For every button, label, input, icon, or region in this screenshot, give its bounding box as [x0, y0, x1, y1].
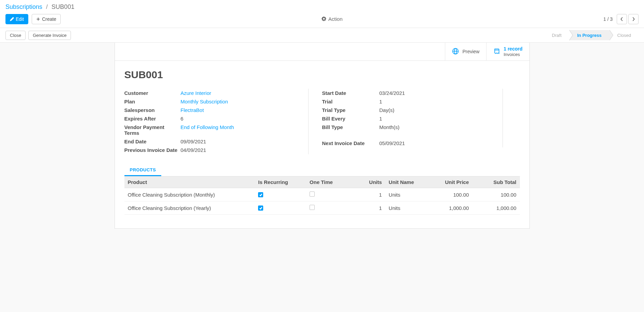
sheet-button-box: Preview 1 record Invoices	[115, 43, 529, 61]
terms-link[interactable]: End of Following Month	[181, 124, 234, 130]
cell-subtotal: 100.00	[472, 188, 520, 201]
invoices-label: Invoices	[504, 52, 522, 57]
checkbox-unchecked-icon[interactable]	[310, 192, 315, 197]
enddate-label: End Date	[124, 139, 181, 144]
customer-link[interactable]: Azure Interior	[181, 90, 211, 96]
create-button[interactable]: Create	[32, 14, 61, 24]
cell-unitname: Units	[385, 201, 425, 215]
trial-value: 1	[379, 99, 382, 104]
top-bar: Subscriptions / SUB001 Edit Create Actio…	[0, 0, 644, 28]
expires-label: Expires After	[124, 116, 181, 122]
customer-label: Customer	[124, 90, 181, 96]
th-subtotal: Sub Total	[472, 176, 520, 188]
record-title: SUB001	[124, 69, 520, 81]
trialtype-label: Trial Type	[322, 107, 379, 113]
book-icon	[493, 48, 500, 56]
cell-unitname: Units	[385, 188, 425, 201]
cell-onetime	[306, 201, 354, 215]
table-header-row: Product Is Recurring One Time Units Unit…	[124, 176, 520, 188]
th-unitprice: Unit Price	[425, 176, 472, 188]
statusbar: Close Generate Invoice Draft In Progress…	[0, 28, 644, 43]
invoices-count: 1 record	[504, 46, 522, 52]
products-table: Product Is Recurring One Time Units Unit…	[124, 176, 520, 215]
plan-link[interactable]: Monthly Subscription	[181, 99, 228, 104]
tab-products[interactable]: PRODUCTS	[124, 165, 162, 176]
cell-units: 1	[354, 188, 385, 201]
generate-invoice-button[interactable]: Generate Invoice	[28, 31, 71, 40]
chevron-right-icon	[632, 17, 635, 22]
salesperson-link[interactable]: FlectraBot	[181, 107, 204, 113]
tabs: PRODUCTS	[124, 165, 520, 176]
billtype-label: Bill Type	[322, 124, 379, 130]
pager-count[interactable]: 1 / 3	[603, 16, 613, 22]
cell-recurring	[255, 188, 306, 201]
create-label: Create	[42, 16, 56, 22]
enddate-value: 09/09/2021	[181, 139, 206, 144]
billtype-value: Month(s)	[379, 124, 400, 130]
nextdate-value: 05/09/2021	[379, 140, 405, 146]
checkbox-checked-icon[interactable]	[258, 192, 263, 197]
th-recurring: Is Recurring	[255, 176, 306, 188]
cell-onetime	[306, 188, 354, 201]
billevery-label: Bill Every	[322, 116, 379, 122]
th-product: Product	[124, 176, 255, 188]
status-closed[interactable]: Closed	[609, 30, 639, 40]
start-label: Start Date	[322, 90, 379, 96]
breadcrumb-root[interactable]: Subscriptions	[5, 3, 42, 10]
breadcrumb: Subscriptions / SUB001	[5, 3, 639, 11]
prevdate-label: Previous Invoice Date	[124, 147, 181, 153]
breadcrumb-current: SUB001	[51, 3, 74, 10]
table-row[interactable]: Office Cleaning Subscription (Monthly)1U…	[124, 188, 520, 201]
form-sheet: Preview 1 record Invoices SUB001 Custome…	[115, 43, 530, 229]
status-draft[interactable]: Draft	[544, 30, 569, 40]
th-unitname: Unit Name	[385, 176, 425, 188]
status-flow: Draft In Progress Closed	[544, 30, 639, 40]
action-label: Action	[328, 16, 343, 22]
checkbox-unchecked-icon[interactable]	[310, 205, 315, 210]
preview-label: Preview	[462, 49, 479, 54]
close-button[interactable]: Close	[5, 31, 26, 40]
invoices-button[interactable]: 1 record Invoices	[486, 43, 529, 60]
chevron-left-icon	[620, 17, 624, 22]
cell-product: Office Cleaning Subscription (Yearly)	[124, 201, 255, 215]
breadcrumb-sep: /	[46, 3, 48, 10]
plan-label: Plan	[124, 99, 181, 104]
checkbox-checked-icon[interactable]	[258, 205, 263, 211]
toolbar: Edit Create Action 1 / 3	[5, 14, 639, 24]
trialtype-value: Day(s)	[379, 107, 394, 113]
table-row[interactable]: Office Cleaning Subscription (Yearly)1Un…	[124, 201, 520, 215]
preview-button[interactable]: Preview	[445, 43, 486, 60]
expires-value: 6	[181, 116, 183, 122]
cell-product: Office Cleaning Subscription (Monthly)	[124, 188, 255, 201]
prevdate-value: 04/09/2021	[181, 147, 206, 153]
edit-button[interactable]: Edit	[5, 14, 28, 24]
pager-prev-button[interactable]	[617, 14, 627, 24]
billevery-value: 1	[379, 116, 382, 122]
edit-label: Edit	[16, 16, 24, 22]
gear-icon	[321, 16, 326, 21]
status-in-progress[interactable]: In Progress	[569, 30, 609, 40]
pager-next-button[interactable]	[628, 14, 639, 24]
action-dropdown[interactable]: Action	[321, 16, 343, 22]
cell-units: 1	[354, 201, 385, 215]
globe-icon	[452, 48, 459, 56]
pager-nav	[617, 14, 639, 24]
cell-recurring	[255, 201, 306, 215]
cell-unitprice: 1,000.00	[425, 201, 472, 215]
field-grid: CustomerAzure Interior PlanMonthly Subsc…	[124, 89, 520, 154]
trial-label: Trial	[322, 99, 379, 104]
cell-unitprice: 100.00	[425, 188, 472, 201]
start-value: 03/24/2021	[379, 90, 405, 96]
pencil-icon	[10, 17, 14, 21]
terms-label: Vendor Payment Terms	[124, 124, 181, 136]
cell-subtotal: 1,000.00	[472, 201, 520, 215]
plus-icon	[36, 17, 40, 21]
th-units: Units	[354, 176, 385, 188]
salesperson-label: Salesperson	[124, 107, 181, 113]
nextdate-label: Next Invoice Date	[322, 140, 379, 146]
th-onetime: One Time	[306, 176, 354, 188]
